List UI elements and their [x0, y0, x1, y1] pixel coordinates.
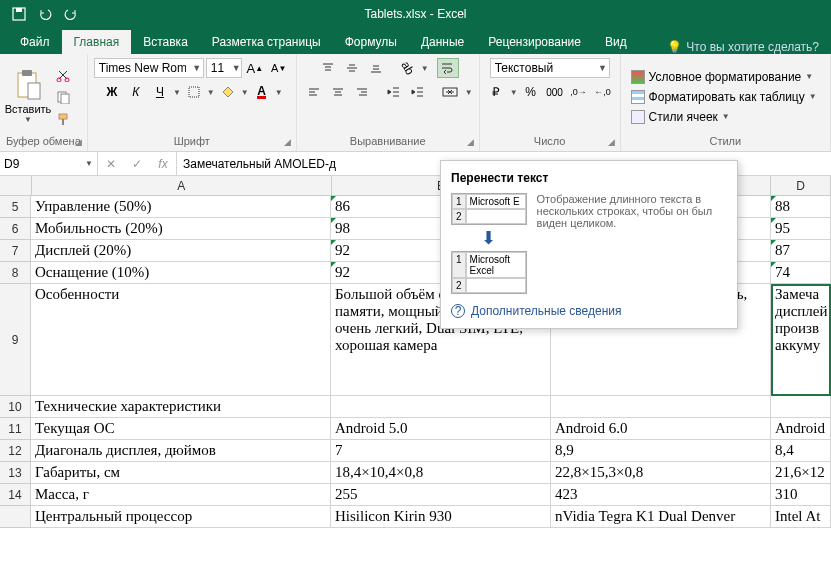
row-header[interactable]: 7	[0, 240, 30, 262]
cell[interactable]: 8,4	[771, 440, 831, 462]
align-left-button[interactable]	[303, 82, 325, 102]
cell[interactable]: Габариты, см	[31, 462, 331, 484]
increase-indent-button[interactable]	[407, 82, 429, 102]
cell[interactable]: 255	[331, 484, 551, 506]
cell[interactable]: Android	[771, 418, 831, 440]
align-right-button[interactable]	[351, 82, 373, 102]
merge-button[interactable]	[437, 82, 463, 102]
align-middle-button[interactable]	[341, 58, 363, 78]
cell[interactable]: Диагональ дисплея, дюймов	[31, 440, 331, 462]
number-format-combo[interactable]: ▼	[490, 58, 610, 78]
comma-button[interactable]: 000	[544, 82, 566, 102]
row-header[interactable]	[0, 506, 30, 528]
accounting-button[interactable]: ₽	[486, 82, 508, 102]
decrease-decimal-button[interactable]: ←,0	[592, 82, 614, 102]
cell-styles-button[interactable]: Стили ячеек▼	[627, 108, 821, 126]
row-header[interactable]: 11	[0, 418, 30, 440]
tab-home[interactable]: Главная	[62, 30, 132, 54]
format-as-table-button[interactable]: Форматировать как таблицу▼	[627, 88, 821, 106]
row-header[interactable]: 6	[0, 218, 30, 240]
cell[interactable]: 7	[331, 440, 551, 462]
fx-icon[interactable]: fx	[150, 152, 176, 175]
row-header[interactable]: 13	[0, 462, 30, 484]
align-center-button[interactable]	[327, 82, 349, 102]
italic-button[interactable]: К	[125, 82, 147, 102]
cell[interactable]: Мобильность (20%)	[31, 218, 331, 240]
name-box[interactable]: ▼	[0, 152, 98, 175]
chevron-down-icon[interactable]: ▼	[173, 88, 181, 97]
cell[interactable]: 310	[771, 484, 831, 506]
wrap-text-button[interactable]	[437, 58, 459, 78]
font-launcher[interactable]: ◢	[282, 137, 294, 149]
row-header[interactable]: 12	[0, 440, 30, 462]
cell[interactable]: 423	[551, 484, 771, 506]
fill-color-button[interactable]	[217, 82, 239, 102]
cell[interactable]: Управление (50%)	[31, 196, 331, 218]
number-launcher[interactable]: ◢	[606, 137, 618, 149]
redo-icon[interactable]	[60, 3, 82, 25]
cell[interactable]: Дисплей (20%)	[31, 240, 331, 262]
cell[interactable]: 8,9	[551, 440, 771, 462]
percent-button[interactable]: %	[520, 82, 542, 102]
decrease-indent-button[interactable]	[383, 82, 405, 102]
cell[interactable]: Особенности	[31, 284, 331, 396]
tab-view[interactable]: Вид	[593, 30, 639, 54]
font-size-input[interactable]	[207, 61, 232, 75]
cut-button[interactable]	[52, 65, 74, 85]
cell[interactable]: 88	[771, 196, 831, 218]
font-size-combo[interactable]: ▼	[206, 58, 242, 78]
row-header[interactable]: 10	[0, 396, 30, 418]
borders-button[interactable]	[183, 82, 205, 102]
chevron-down-icon[interactable]: ▼	[85, 159, 93, 168]
cell[interactable]: 87	[771, 240, 831, 262]
cell[interactable]: Центральный процессор	[31, 506, 331, 528]
tooltip-more-link[interactable]: ?Дополнительные сведения	[451, 304, 727, 318]
save-icon[interactable]	[8, 3, 30, 25]
cell[interactable]: 74	[771, 262, 831, 284]
tell-me-search[interactable]: 💡 Что вы хотите сделать?	[655, 40, 831, 54]
chevron-down-icon[interactable]: ▼	[207, 88, 215, 97]
chevron-down-icon[interactable]: ▼	[232, 63, 241, 73]
increase-decimal-button[interactable]: ,0→	[568, 82, 590, 102]
cancel-icon[interactable]: ✕	[98, 152, 124, 175]
tab-review[interactable]: Рецензирование	[476, 30, 593, 54]
cell[interactable]: 22,8×15,3×0,8	[551, 462, 771, 484]
cell[interactable]: Технические характеристики	[31, 396, 331, 418]
decrease-font-button[interactable]: A▼	[268, 58, 290, 78]
col-header-a[interactable]: A	[32, 176, 332, 195]
cell[interactable]	[331, 396, 551, 418]
format-painter-button[interactable]	[52, 109, 74, 129]
chevron-down-icon[interactable]: ▼	[241, 88, 249, 97]
cell[interactable]: 95	[771, 218, 831, 240]
chevron-down-icon[interactable]: ▼	[190, 63, 202, 73]
align-launcher[interactable]: ◢	[465, 137, 477, 149]
cell[interactable]	[551, 396, 771, 418]
paste-button[interactable]: Вставить ▼	[6, 64, 50, 130]
name-box-input[interactable]	[4, 157, 64, 171]
align-top-button[interactable]	[317, 58, 339, 78]
orientation-button[interactable]: ab	[397, 58, 419, 78]
chevron-down-icon[interactable]: ▼	[596, 63, 608, 73]
font-name-combo[interactable]: ▼	[94, 58, 204, 78]
cell[interactable]: 21,6×12	[771, 462, 831, 484]
cell[interactable]: nVidia Tegra K1 Dual Denver	[551, 506, 771, 528]
underline-button[interactable]: Ч	[149, 82, 171, 102]
cell[interactable]: Замеча дисплей произв аккуму	[771, 284, 831, 396]
enter-icon[interactable]: ✓	[124, 152, 150, 175]
row-header[interactable]: 14	[0, 484, 30, 506]
chevron-down-icon[interactable]: ▼	[421, 64, 429, 73]
align-bottom-button[interactable]	[365, 58, 387, 78]
font-name-input[interactable]	[95, 61, 191, 75]
row-header[interactable]: 8	[0, 262, 30, 284]
chevron-down-icon[interactable]: ▼	[510, 88, 518, 97]
tab-file[interactable]: Файл	[8, 30, 62, 54]
cell[interactable]: Android 6.0	[551, 418, 771, 440]
tab-formulas[interactable]: Формулы	[333, 30, 409, 54]
cell[interactable]	[771, 396, 831, 418]
col-header-d[interactable]: D	[771, 176, 831, 195]
tab-insert[interactable]: Вставка	[131, 30, 200, 54]
bold-button[interactable]: Ж	[101, 82, 123, 102]
clipboard-launcher[interactable]: ◢	[73, 137, 85, 149]
font-color-button[interactable]: A	[251, 82, 273, 102]
number-format-input[interactable]	[491, 61, 597, 75]
